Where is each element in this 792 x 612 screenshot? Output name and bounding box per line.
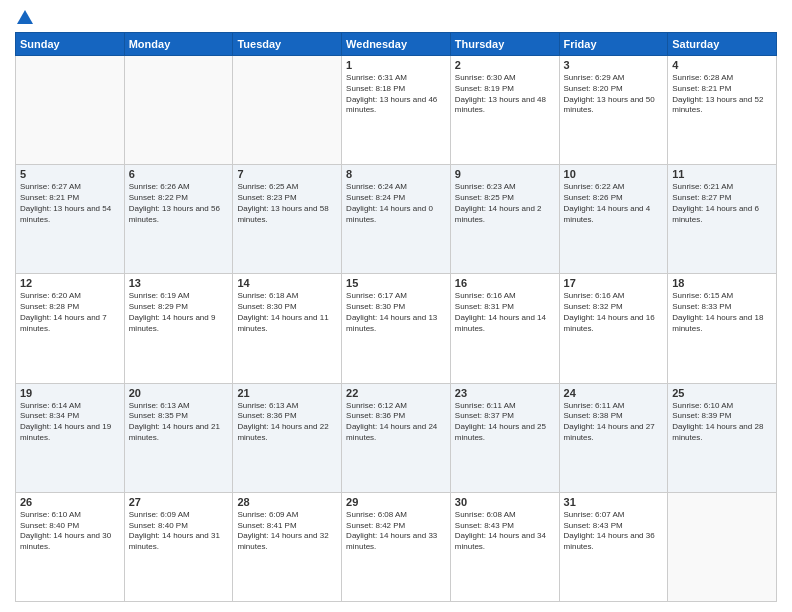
day-number: 6 [129, 168, 229, 180]
calendar-day-cell: 5Sunrise: 6:27 AMSunset: 8:21 PMDaylight… [16, 165, 125, 274]
calendar-day-cell: 13Sunrise: 6:19 AMSunset: 8:29 PMDayligh… [124, 274, 233, 383]
day-info: Sunrise: 6:28 AMSunset: 8:21 PMDaylight:… [672, 73, 772, 116]
day-number: 4 [672, 59, 772, 71]
day-number: 12 [20, 277, 120, 289]
day-info: Sunrise: 6:31 AMSunset: 8:18 PMDaylight:… [346, 73, 446, 116]
day-number: 8 [346, 168, 446, 180]
calendar-week-row: 26Sunrise: 6:10 AMSunset: 8:40 PMDayligh… [16, 492, 777, 601]
day-number: 30 [455, 496, 555, 508]
calendar-day-cell: 27Sunrise: 6:09 AMSunset: 8:40 PMDayligh… [124, 492, 233, 601]
day-number: 14 [237, 277, 337, 289]
calendar-day-cell: 17Sunrise: 6:16 AMSunset: 8:32 PMDayligh… [559, 274, 668, 383]
calendar-day-cell: 2Sunrise: 6:30 AMSunset: 8:19 PMDaylight… [450, 56, 559, 165]
day-info: Sunrise: 6:08 AMSunset: 8:42 PMDaylight:… [346, 510, 446, 553]
calendar-week-row: 5Sunrise: 6:27 AMSunset: 8:21 PMDaylight… [16, 165, 777, 274]
day-number: 10 [564, 168, 664, 180]
day-number: 27 [129, 496, 229, 508]
page: Sunday Monday Tuesday Wednesday Thursday… [0, 0, 792, 612]
day-number: 19 [20, 387, 120, 399]
calendar-table: Sunday Monday Tuesday Wednesday Thursday… [15, 32, 777, 602]
calendar-week-row: 12Sunrise: 6:20 AMSunset: 8:28 PMDayligh… [16, 274, 777, 383]
day-info: Sunrise: 6:22 AMSunset: 8:26 PMDaylight:… [564, 182, 664, 225]
calendar-day-cell: 28Sunrise: 6:09 AMSunset: 8:41 PMDayligh… [233, 492, 342, 601]
calendar-day-cell: 15Sunrise: 6:17 AMSunset: 8:30 PMDayligh… [342, 274, 451, 383]
header-sunday: Sunday [16, 33, 125, 56]
day-info: Sunrise: 6:14 AMSunset: 8:34 PMDaylight:… [20, 401, 120, 444]
day-number: 20 [129, 387, 229, 399]
day-info: Sunrise: 6:17 AMSunset: 8:30 PMDaylight:… [346, 291, 446, 334]
day-number: 26 [20, 496, 120, 508]
day-info: Sunrise: 6:27 AMSunset: 8:21 PMDaylight:… [20, 182, 120, 225]
calendar-day-cell: 24Sunrise: 6:11 AMSunset: 8:38 PMDayligh… [559, 383, 668, 492]
calendar-day-cell: 10Sunrise: 6:22 AMSunset: 8:26 PMDayligh… [559, 165, 668, 274]
day-info: Sunrise: 6:30 AMSunset: 8:19 PMDaylight:… [455, 73, 555, 116]
header-friday: Friday [559, 33, 668, 56]
calendar-day-cell: 12Sunrise: 6:20 AMSunset: 8:28 PMDayligh… [16, 274, 125, 383]
day-info: Sunrise: 6:07 AMSunset: 8:43 PMDaylight:… [564, 510, 664, 553]
day-number: 11 [672, 168, 772, 180]
calendar-day-cell [233, 56, 342, 165]
day-info: Sunrise: 6:10 AMSunset: 8:39 PMDaylight:… [672, 401, 772, 444]
logo [15, 10, 33, 24]
day-info: Sunrise: 6:21 AMSunset: 8:27 PMDaylight:… [672, 182, 772, 225]
calendar-week-row: 1Sunrise: 6:31 AMSunset: 8:18 PMDaylight… [16, 56, 777, 165]
day-number: 24 [564, 387, 664, 399]
day-info: Sunrise: 6:26 AMSunset: 8:22 PMDaylight:… [129, 182, 229, 225]
day-info: Sunrise: 6:08 AMSunset: 8:43 PMDaylight:… [455, 510, 555, 553]
header [15, 10, 777, 24]
day-info: Sunrise: 6:12 AMSunset: 8:36 PMDaylight:… [346, 401, 446, 444]
header-monday: Monday [124, 33, 233, 56]
calendar-day-cell: 22Sunrise: 6:12 AMSunset: 8:36 PMDayligh… [342, 383, 451, 492]
day-info: Sunrise: 6:18 AMSunset: 8:30 PMDaylight:… [237, 291, 337, 334]
header-thursday: Thursday [450, 33, 559, 56]
day-info: Sunrise: 6:09 AMSunset: 8:41 PMDaylight:… [237, 510, 337, 553]
calendar-day-cell: 18Sunrise: 6:15 AMSunset: 8:33 PMDayligh… [668, 274, 777, 383]
calendar-day-cell: 1Sunrise: 6:31 AMSunset: 8:18 PMDaylight… [342, 56, 451, 165]
calendar-day-cell: 26Sunrise: 6:10 AMSunset: 8:40 PMDayligh… [16, 492, 125, 601]
day-info: Sunrise: 6:16 AMSunset: 8:32 PMDaylight:… [564, 291, 664, 334]
calendar-header-row: Sunday Monday Tuesday Wednesday Thursday… [16, 33, 777, 56]
day-number: 16 [455, 277, 555, 289]
day-number: 2 [455, 59, 555, 71]
calendar-day-cell: 20Sunrise: 6:13 AMSunset: 8:35 PMDayligh… [124, 383, 233, 492]
calendar-day-cell: 25Sunrise: 6:10 AMSunset: 8:39 PMDayligh… [668, 383, 777, 492]
calendar-day-cell: 23Sunrise: 6:11 AMSunset: 8:37 PMDayligh… [450, 383, 559, 492]
day-info: Sunrise: 6:10 AMSunset: 8:40 PMDaylight:… [20, 510, 120, 553]
day-info: Sunrise: 6:11 AMSunset: 8:38 PMDaylight:… [564, 401, 664, 444]
calendar-week-row: 19Sunrise: 6:14 AMSunset: 8:34 PMDayligh… [16, 383, 777, 492]
calendar-day-cell: 31Sunrise: 6:07 AMSunset: 8:43 PMDayligh… [559, 492, 668, 601]
day-info: Sunrise: 6:20 AMSunset: 8:28 PMDaylight:… [20, 291, 120, 334]
day-info: Sunrise: 6:13 AMSunset: 8:35 PMDaylight:… [129, 401, 229, 444]
day-info: Sunrise: 6:11 AMSunset: 8:37 PMDaylight:… [455, 401, 555, 444]
day-number: 9 [455, 168, 555, 180]
day-number: 31 [564, 496, 664, 508]
calendar-day-cell: 8Sunrise: 6:24 AMSunset: 8:24 PMDaylight… [342, 165, 451, 274]
calendar-day-cell: 21Sunrise: 6:13 AMSunset: 8:36 PMDayligh… [233, 383, 342, 492]
calendar-day-cell: 30Sunrise: 6:08 AMSunset: 8:43 PMDayligh… [450, 492, 559, 601]
calendar-day-cell: 29Sunrise: 6:08 AMSunset: 8:42 PMDayligh… [342, 492, 451, 601]
calendar-day-cell: 3Sunrise: 6:29 AMSunset: 8:20 PMDaylight… [559, 56, 668, 165]
day-info: Sunrise: 6:23 AMSunset: 8:25 PMDaylight:… [455, 182, 555, 225]
calendar-day-cell: 14Sunrise: 6:18 AMSunset: 8:30 PMDayligh… [233, 274, 342, 383]
day-number: 13 [129, 277, 229, 289]
calendar-day-cell: 4Sunrise: 6:28 AMSunset: 8:21 PMDaylight… [668, 56, 777, 165]
calendar-day-cell [668, 492, 777, 601]
calendar-day-cell: 9Sunrise: 6:23 AMSunset: 8:25 PMDaylight… [450, 165, 559, 274]
day-number: 1 [346, 59, 446, 71]
calendar-day-cell: 16Sunrise: 6:16 AMSunset: 8:31 PMDayligh… [450, 274, 559, 383]
header-saturday: Saturday [668, 33, 777, 56]
day-info: Sunrise: 6:25 AMSunset: 8:23 PMDaylight:… [237, 182, 337, 225]
header-wednesday: Wednesday [342, 33, 451, 56]
day-info: Sunrise: 6:16 AMSunset: 8:31 PMDaylight:… [455, 291, 555, 334]
day-number: 7 [237, 168, 337, 180]
day-info: Sunrise: 6:09 AMSunset: 8:40 PMDaylight:… [129, 510, 229, 553]
calendar-day-cell: 7Sunrise: 6:25 AMSunset: 8:23 PMDaylight… [233, 165, 342, 274]
day-info: Sunrise: 6:24 AMSunset: 8:24 PMDaylight:… [346, 182, 446, 225]
day-number: 25 [672, 387, 772, 399]
day-info: Sunrise: 6:13 AMSunset: 8:36 PMDaylight:… [237, 401, 337, 444]
calendar-day-cell [16, 56, 125, 165]
day-number: 18 [672, 277, 772, 289]
day-number: 23 [455, 387, 555, 399]
calendar-day-cell: 19Sunrise: 6:14 AMSunset: 8:34 PMDayligh… [16, 383, 125, 492]
calendar-day-cell: 11Sunrise: 6:21 AMSunset: 8:27 PMDayligh… [668, 165, 777, 274]
